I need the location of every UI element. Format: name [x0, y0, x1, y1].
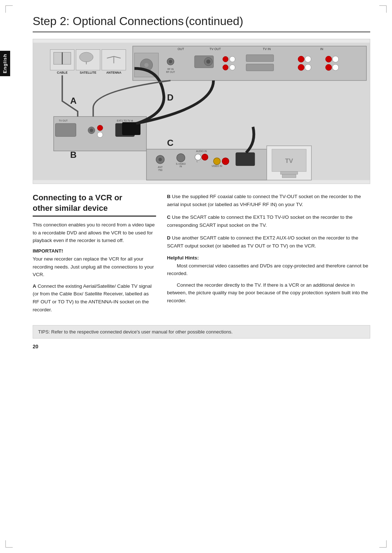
svg-point-23: [305, 56, 311, 62]
svg-text:ANTENNA: ANTENNA: [106, 71, 122, 74]
item-a-text: Connect the existing Aerial/Satellite/ C…: [33, 283, 152, 312]
svg-point-29: [332, 64, 339, 70]
svg-point-22: [298, 56, 304, 62]
svg-text:SATELLITE: SATELLITE: [80, 71, 97, 74]
page-title-area: Step 2: Optional Connections (continued): [33, 15, 370, 32]
svg-point-15: [206, 60, 210, 64]
intro-text: This connection enables you to record fr…: [33, 221, 156, 245]
page-title: Step 2: Optional Connections: [33, 15, 184, 28]
content-area: Connecting to a VCR or other similar dev…: [33, 193, 370, 318]
svg-text:S-VIDEO: S-VIDEO: [176, 163, 186, 165]
section-heading: Connecting to a VCR or other similar dev…: [33, 193, 156, 217]
svg-text:VIDEO IN: VIDEO IN: [212, 165, 222, 167]
svg-rect-72: [236, 153, 255, 166]
svg-point-28: [326, 64, 332, 70]
svg-point-16: [223, 56, 228, 62]
svg-text:C: C: [167, 138, 173, 148]
helpful-hints-text1: Most commercial video cassettes and DVDs…: [167, 262, 370, 278]
important-label: IMPORTANT!: [33, 248, 156, 254]
important-text: Your new recorder can replace the VCR fo…: [33, 255, 156, 279]
svg-point-36: [79, 52, 93, 62]
svg-rect-77: [282, 174, 296, 177]
svg-text:IN: IN: [320, 47, 323, 51]
svg-point-19: [230, 65, 235, 70]
svg-text:A: A: [70, 96, 77, 106]
right-column: B Use the supplied RF coaxial cable to c…: [167, 193, 370, 318]
svg-point-51: [90, 128, 93, 132]
svg-text:TV: TV: [285, 157, 293, 164]
item-d-letter: D: [167, 235, 171, 241]
svg-text:75Ω: 75Ω: [158, 169, 162, 171]
item-c-block: C Use the SCART cable to connect the EXT…: [167, 213, 370, 229]
svg-rect-21: [246, 64, 274, 71]
svg-text:TV IN: TV IN: [263, 47, 271, 51]
svg-rect-76: [281, 172, 298, 175]
page-title-continued: (continued): [185, 15, 243, 28]
svg-point-66: [195, 154, 201, 160]
svg-point-10: [169, 60, 172, 63]
svg-point-27: [332, 56, 339, 62]
item-b-text: B Use the supplied RF coaxial cable to c…: [167, 193, 370, 208]
svg-point-8: [144, 63, 148, 67]
page-number: 20: [33, 344, 370, 349]
svg-text:ANT: ANT: [158, 166, 163, 168]
item-a-letter: A: [33, 283, 36, 289]
item-c-text: C Use the SCART cable to connect the EXT…: [167, 213, 370, 229]
svg-point-52: [97, 125, 103, 131]
svg-point-68: [202, 154, 208, 160]
svg-rect-20: [246, 55, 274, 62]
item-d-text: D Use another SCART cable to connect the…: [167, 234, 370, 250]
svg-text:D: D: [167, 93, 173, 102]
svg-point-59: [159, 158, 162, 161]
item-c-letter: C: [167, 214, 171, 220]
svg-point-69: [213, 158, 220, 165]
svg-point-25: [305, 64, 311, 70]
helpful-hints-text2: Connect the recorder directly to the TV.…: [167, 281, 370, 305]
svg-text:L: L: [197, 160, 198, 163]
svg-point-26: [326, 56, 332, 62]
item-a-block: A Connect the existing Aerial/Satellite/…: [33, 282, 156, 314]
svg-rect-48: [56, 123, 76, 136]
item-b-block: B Use the supplied RF coaxial cable to c…: [167, 193, 370, 208]
left-column: Connecting to a VCR or other similar dev…: [33, 193, 156, 318]
item-b-letter: B: [167, 194, 171, 199]
svg-text:CABLE: CABLE: [57, 71, 68, 74]
svg-text:RF OUT: RF OUT: [166, 71, 175, 73]
svg-point-62: [177, 153, 185, 162]
helpful-hints-label: Helpful Hints:: [167, 255, 370, 261]
svg-text:RF IN: RF IN: [167, 68, 173, 70]
svg-text:AUDIO IN: AUDIO IN: [196, 150, 207, 152]
svg-point-53: [97, 132, 103, 138]
item-d-block: D Use another SCART cable to connect the…: [167, 234, 370, 250]
svg-point-17: [230, 56, 235, 62]
diagram-area: OUT TV OUT TV IN IN RF IN RF OUT: [33, 39, 370, 184]
svg-point-18: [223, 65, 228, 70]
svg-text:OUT: OUT: [177, 47, 184, 51]
svg-text:TV OUT: TV OUT: [209, 47, 221, 51]
svg-point-24: [298, 64, 304, 70]
svg-text:TV OUT: TV OUT: [59, 119, 68, 122]
tips-bar: TIPS: Refer to the respective connected …: [33, 325, 370, 339]
svg-point-71: [222, 158, 229, 165]
svg-text:IN: IN: [180, 165, 182, 168]
svg-text:EXT1 TO TV ⊕: EXT1 TO TV ⊕: [117, 119, 133, 122]
svg-text:B: B: [70, 150, 77, 160]
